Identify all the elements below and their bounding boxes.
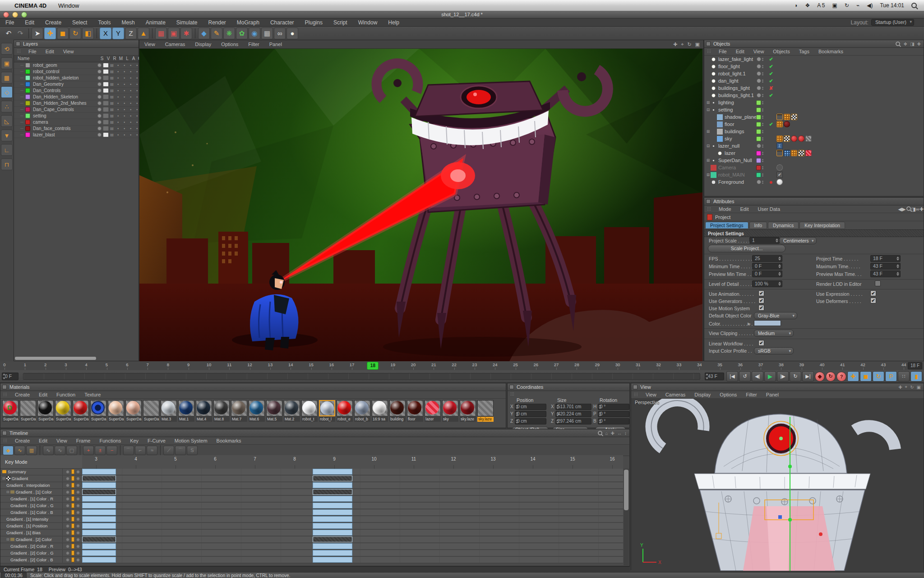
autokey-button[interactable]: ↻ xyxy=(826,372,836,382)
object-name[interactable]: buildings xyxy=(725,129,744,134)
lock-x-icon[interactable]: X xyxy=(100,28,111,39)
object-row[interactable]: buildings_light.1✔ xyxy=(704,92,924,99)
coord-size-z-field[interactable]: 297.246 cm xyxy=(555,418,591,424)
layer-name[interactable]: Dan_face_controls xyxy=(33,126,70,131)
notification-icon[interactable]: ◗ xyxy=(795,2,798,9)
material-item[interactable]: Mat.7 xyxy=(231,400,247,422)
panel-handle-icon[interactable] xyxy=(634,392,638,397)
layer-row[interactable]: ─Dan_face_controls▤▪▪▪▪▪ xyxy=(14,126,139,132)
model-mode-icon[interactable]: ▣ xyxy=(1,57,13,69)
layer-color-swatch[interactable] xyxy=(25,82,30,87)
object-name[interactable]: buildings_light.1 xyxy=(718,93,754,98)
viewport-menu-panel[interactable]: Panel xyxy=(264,42,287,47)
timeline-track[interactable]: Gradient . [1] Color . R xyxy=(0,496,623,503)
expander-minus-icon[interactable]: ⊟ xyxy=(706,144,711,148)
volume-icon[interactable]: ◀) xyxy=(867,2,873,9)
orange-dots-tag[interactable] xyxy=(776,135,783,142)
track-key-area[interactable] xyxy=(82,509,623,515)
track-key-area[interactable] xyxy=(82,475,623,481)
solo-toggle[interactable] xyxy=(97,95,102,99)
zoom-view-icon[interactable]: ⌖ xyxy=(681,42,684,47)
lock-icon[interactable]: ◨ xyxy=(910,42,914,47)
menu-window[interactable]: Window xyxy=(353,19,383,26)
materials-menu-texture[interactable]: Texture xyxy=(80,392,105,397)
tab-project-settings[interactable]: Project Settings xyxy=(705,222,748,229)
camera-label[interactable]: Perspective xyxy=(635,400,660,405)
objects-menu-bookmarks[interactable]: Bookmarks xyxy=(814,49,848,54)
material-item[interactable]: Mat.8 xyxy=(213,400,230,422)
timeline-track[interactable]: Summary xyxy=(0,469,623,475)
rotate-view-icon[interactable]: ↻ xyxy=(687,42,691,47)
value-field[interactable]: 0 F xyxy=(752,270,782,277)
object-row[interactable]: Foreground xyxy=(704,178,924,186)
mograph-icon[interactable]: ❋ xyxy=(223,28,235,39)
layer-row[interactable]: ─Dan_Hidden_Skeleton▤▪▪▪▪▪ xyxy=(14,94,139,100)
objects-menu-objects[interactable]: Objects xyxy=(768,49,794,54)
max-time-field[interactable]: 43 F xyxy=(705,373,724,380)
orange-dots-tag[interactable] xyxy=(791,150,797,156)
expander-plus-icon[interactable]: ⊞ xyxy=(706,100,711,105)
solo-toggle[interactable] xyxy=(97,101,102,105)
track-name[interactable]: Gradient . Interpolation xyxy=(0,482,68,488)
lock-z-icon[interactable]: Z xyxy=(125,28,137,39)
enabled-check-icon[interactable]: ✔ xyxy=(767,93,775,98)
viewport-menu-view[interactable]: View xyxy=(139,42,160,47)
layers-menu-file[interactable]: File xyxy=(24,49,41,54)
ruler-frame-field[interactable]: 18 F xyxy=(908,362,922,369)
material-item[interactable]: SuperDa xyxy=(37,400,54,422)
track-key-area[interactable] xyxy=(82,543,623,549)
coordinates-panel-header[interactable]: Coordinates xyxy=(508,383,629,391)
object-name[interactable]: shadow_plane xyxy=(725,114,757,120)
expander-minus-icon[interactable]: ⊟ xyxy=(706,107,711,112)
orange-dots-tag[interactable] xyxy=(784,114,790,120)
coord-position-y-field[interactable]: 0 cm xyxy=(515,411,546,417)
menu-create[interactable]: Create xyxy=(40,19,67,26)
menu-script[interactable]: Script xyxy=(328,19,353,26)
timeline-track[interactable]: ⊟Gradient . [1] Color xyxy=(0,489,623,496)
track-name[interactable]: Gradient . [2] Color . B xyxy=(0,557,72,563)
object-row[interactable]: lazer xyxy=(704,149,924,157)
panel-handle-icon[interactable] xyxy=(707,207,711,211)
object-name[interactable]: floor xyxy=(725,121,734,127)
object-row[interactable]: shadow_plane xyxy=(704,113,924,121)
menu-plugins[interactable]: Plugins xyxy=(300,19,328,26)
layer-color-dot[interactable] xyxy=(756,165,761,170)
layer-dot[interactable] xyxy=(757,180,761,184)
axis-mode-icon[interactable]: ∟ xyxy=(1,144,13,156)
object-name[interactable]: robot_light.1 xyxy=(718,71,746,76)
layer-row[interactable]: ─Dan_Cape_Controls▤▪▪▪▪▪ xyxy=(14,107,139,113)
key-region[interactable] xyxy=(313,530,352,536)
track-key-area[interactable] xyxy=(82,530,623,536)
primitive-cube-icon[interactable]: ◆ xyxy=(198,28,210,39)
materials-menu-edit[interactable]: Edit xyxy=(34,392,52,397)
object-row[interactable]: ⊞buildings xyxy=(704,128,924,135)
pan-view-icon[interactable]: ✚ xyxy=(673,42,677,47)
render-settings-icon[interactable]: ✱ xyxy=(180,28,192,39)
key-parameter-button[interactable]: P xyxy=(885,371,897,382)
track-name[interactable]: Gradient . [1] Color . G xyxy=(0,503,72,508)
solo-toggle[interactable] xyxy=(97,133,102,137)
solo-toggle[interactable] xyxy=(97,120,102,124)
track-key-area[interactable] xyxy=(82,523,623,529)
object-row[interactable]: ⊞robot_MAIN✔ xyxy=(704,171,924,178)
show-animation-icon[interactable]: ∿ xyxy=(43,446,54,455)
layer-color-swatch[interactable] xyxy=(25,101,30,106)
layer-color-swatch[interactable] xyxy=(25,120,30,125)
attributes-panel-header[interactable]: Attributes xyxy=(704,198,924,205)
track-name[interactable]: Summary xyxy=(0,469,64,475)
layer-color-dot[interactable] xyxy=(756,151,761,156)
ease-in-icon[interactable]: ⟋ xyxy=(163,446,174,455)
value-field[interactable]: 0 F xyxy=(752,263,782,270)
timeline-menu-key[interactable]: Key xyxy=(125,438,143,443)
scale-project-button[interactable]: Scale Project... xyxy=(708,245,785,252)
animation-ruler[interactable]: 0123456789101112131415161718192021222324… xyxy=(0,361,924,371)
darkred-sphere-tag[interactable] xyxy=(784,121,790,127)
enabled-check-icon[interactable]: ✔ xyxy=(767,56,775,62)
objects-panel-header[interactable]: Objects ❖ ◨ ✚ xyxy=(704,40,924,48)
timeline-track[interactable]: Gradient . [1] Intensity xyxy=(0,516,623,523)
layers-panel-header[interactable]: Layers xyxy=(14,40,139,48)
material-item[interactable]: Mat.3 xyxy=(161,400,177,422)
timeline-track[interactable]: Gradient . [2] Color . G xyxy=(0,550,623,557)
key-mode-label[interactable]: Key Mode xyxy=(0,455,82,469)
layer-row[interactable]: ─lazer_blast▤▪▪▪▪▪ xyxy=(14,132,139,138)
